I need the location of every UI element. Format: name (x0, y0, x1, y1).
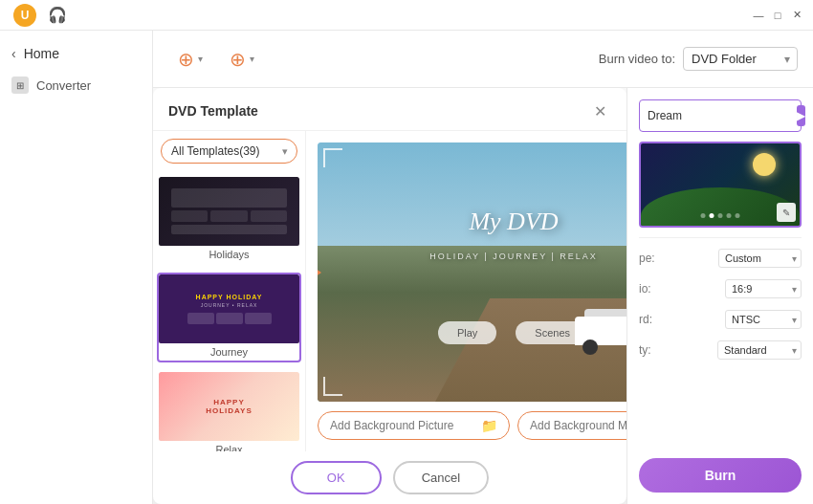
preview-area: My DVD HOLIDAY | JOURNEY | RELAX Play Sc… (306, 131, 626, 451)
dialog-header: DVD Template ✕ (153, 88, 626, 131)
thumbnail-moon (753, 153, 776, 176)
back-arrow-icon: ‹ (11, 46, 16, 61)
template-filter: All Templates(39) Holiday Journey Relax (153, 131, 305, 171)
converter-icon: ⊞ (11, 77, 29, 94)
sidebar-converter-label: Converter (36, 78, 91, 93)
ok-button[interactable]: OK (291, 461, 382, 494)
option-row-ratio: io: 16:9 4:3 (639, 278, 802, 299)
triangle-indicator (318, 263, 321, 282)
title-bar-left: U 🎧 (8, 4, 750, 27)
bg-picture-input[interactable] (330, 419, 473, 432)
bg-music-input[interactable] (530, 419, 626, 432)
thumbnail-dot-5 (736, 213, 740, 218)
add-chapter-button[interactable]: ⊕ ▾ (220, 42, 264, 77)
minimize-button[interactable]: — (750, 7, 767, 24)
cancel-button[interactable]: Cancel (393, 461, 489, 494)
dvd-template-dialog: DVD Template ✕ All Templates(39) Hol (153, 88, 626, 504)
template-name-journey: Journey (159, 343, 299, 361)
sidebar-back-button[interactable]: ‹ Home (0, 38, 152, 69)
dialog-close-button[interactable]: ✕ (588, 99, 611, 122)
option-quality-label: ty: (639, 343, 651, 357)
title-bar-controls: — □ ✕ (750, 7, 805, 24)
sidebar: ‹ Home ⊞ Converter (0, 31, 153, 504)
option-row-type: pe: Custom Standard Widescreen (639, 248, 802, 269)
play-button[interactable]: Play (438, 321, 496, 344)
option-ratio-label: io: (639, 282, 651, 296)
preview-sky (318, 142, 626, 259)
option-row-quality: ty: Standard High Quality Low Quality (639, 340, 802, 361)
bg-picture-input-wrapper: 📁 (318, 411, 510, 440)
template-item-journey[interactable]: HAPPY HOLIDAY JOURNEY • RELAX Jo (157, 273, 301, 362)
template-name-relax: Relax (159, 441, 299, 451)
option-ratio-select[interactable]: 16:9 4:3 (725, 279, 802, 298)
app-window: U 🎧 — □ ✕ ‹ Home ⊞ Converter (0, 0, 813, 504)
template-item-holidays[interactable]: Holidays (157, 175, 301, 265)
sidebar-home-label: Home (24, 46, 59, 61)
burn-video-section: Burn video to: DVD Folder ISO File DVD D… (599, 47, 798, 71)
dialog-container: DVD Template ✕ All Templates(39) Hol (153, 88, 813, 504)
title-bar: U 🎧 — □ ✕ (0, 0, 813, 31)
option-type-select[interactable]: Custom Standard Widescreen (718, 249, 802, 268)
template-thumbnail-relax: HAPPYHOLIDAYS (159, 372, 299, 441)
burn-destination-wrapper: DVD Folder ISO File DVD Disc (683, 47, 798, 71)
right-panel-spacer (639, 370, 802, 449)
option-ratio-wrapper: 16:9 4:3 (725, 279, 802, 298)
thumbnail-dot-4 (727, 213, 732, 218)
top-toolbar: ⊕ ▾ ⊕ ▾ Burn video to: DVD Folder ISO Fi… (153, 31, 813, 88)
preview-action-buttons: Play Scenes (318, 321, 626, 344)
search-go-button[interactable]: ▶ (797, 105, 805, 126)
dvd-title-text: My DVD (318, 208, 626, 236)
option-standard-select[interactable]: NTSC PAL (725, 310, 802, 329)
thumbnail-dots (701, 213, 740, 218)
template-filter-wrapper: All Templates(39) Holiday Journey Relax (161, 139, 297, 164)
thumbnail-dot-1 (701, 213, 706, 218)
dvd-subtitle-text: HOLIDAY | JOURNEY | RELAX (318, 252, 626, 261)
template-thumbnail-holidays (159, 177, 299, 246)
template-item-relax[interactable]: HAPPYHOLIDAYS Relax (157, 370, 301, 451)
close-button[interactable]: ✕ (788, 7, 805, 24)
template-name-holidays: Holidays (159, 246, 299, 263)
corner-decoration-tl (323, 148, 342, 167)
dialog-title: DVD Template (168, 103, 258, 119)
search-input[interactable] (648, 109, 791, 122)
add-media-button[interactable]: ⊕ ▾ (168, 42, 212, 77)
template-filter-select[interactable]: All Templates(39) Holiday Journey Relax (161, 139, 297, 164)
option-type-wrapper: Custom Standard Widescreen (718, 249, 802, 268)
burn-video-label: Burn video to: (599, 52, 675, 66)
search-box: ▶ (639, 99, 802, 132)
thumbnail-edit-button[interactable]: ✎ (777, 203, 796, 222)
add-media-icon: ⊕ (178, 48, 194, 71)
add-chapter-dropdown-icon: ▾ (250, 54, 254, 64)
right-panel: ▶ ✎ (626, 88, 813, 504)
scenes-button[interactable]: Scenes (516, 321, 589, 344)
option-type-label: pe: (639, 252, 655, 265)
user-avatar[interactable]: U (13, 4, 36, 27)
bg-music-input-wrapper: 📁 (517, 411, 626, 440)
support-icon[interactable]: 🎧 (48, 6, 67, 24)
template-items: Holidays HAPPY HOLIDAY JOURNEY • RELAX (153, 171, 305, 451)
sidebar-converter-item[interactable]: ⊞ Converter (0, 69, 152, 101)
burn-destination-select[interactable]: DVD Folder ISO File DVD Disc (683, 47, 798, 71)
thumbnail-dot-2 (710, 213, 714, 218)
corner-decoration-bl (323, 377, 342, 396)
option-quality-select[interactable]: Standard High Quality Low Quality (717, 340, 802, 360)
option-standard-wrapper: NTSC PAL (725, 310, 802, 329)
preview-canvas: My DVD HOLIDAY | JOURNEY | RELAX Play Sc… (318, 142, 626, 402)
option-quality-wrapper: Standard High Quality Low Quality (717, 340, 802, 360)
maximize-button[interactable]: □ (769, 7, 786, 24)
option-row-standard: rd: NTSC PAL (639, 309, 802, 330)
main-content: ‹ Home ⊞ Converter ⊕ ▾ ⊕ ▾ Bu (0, 31, 813, 504)
add-media-dropdown-icon: ▾ (198, 54, 203, 64)
dvd-template-panel: ⊕ ▾ ⊕ ▾ Burn video to: DVD Folder ISO Fi… (153, 31, 813, 504)
template-thumbnail-journey: HAPPY HOLIDAY JOURNEY • RELAX (159, 274, 299, 343)
dialog-body: All Templates(39) Holiday Journey Relax (153, 131, 626, 451)
bottom-inputs: 📁 📁 (318, 411, 626, 440)
burn-button[interactable]: Burn (639, 458, 802, 493)
thumbnail-dot-3 (718, 213, 723, 218)
dialog-footer: OK Cancel (153, 451, 626, 504)
template-list: All Templates(39) Holiday Journey Relax (153, 131, 306, 451)
right-preview-thumbnail: ✎ (639, 142, 802, 228)
right-panel-divider (639, 237, 802, 238)
bg-picture-folder-icon[interactable]: 📁 (481, 418, 497, 433)
add-chapter-icon: ⊕ (230, 48, 246, 71)
